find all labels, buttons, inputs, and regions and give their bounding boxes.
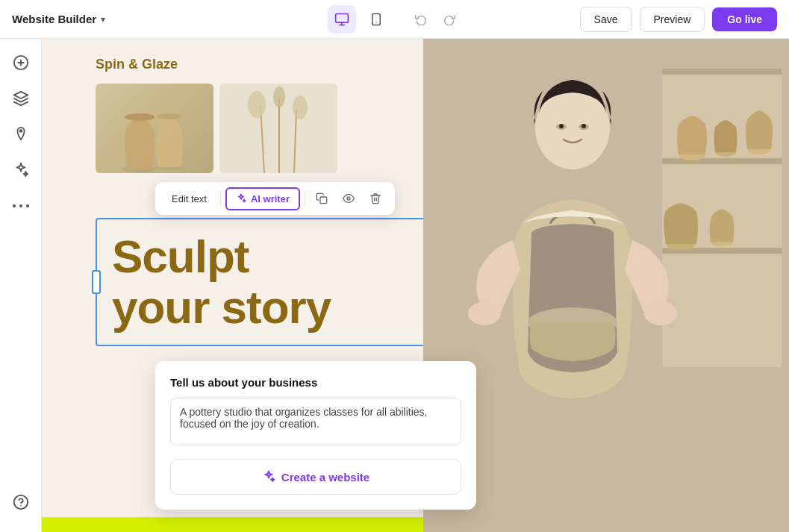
- sidebar-layers-button[interactable]: [6, 84, 36, 113]
- visibility-button[interactable]: [337, 187, 361, 210]
- svg-point-39: [468, 301, 501, 325]
- undo-redo-group: [402, 7, 462, 32]
- svg-point-23: [273, 87, 285, 107]
- svg-point-10: [13, 204, 16, 207]
- topbar-right: Save Preview Go live: [580, 7, 777, 32]
- svg-point-18: [157, 113, 182, 119]
- sidebar-bottom: [6, 487, 36, 523]
- svg-rect-30: [662, 69, 782, 75]
- edit-text-button[interactable]: Edit text: [163, 189, 216, 209]
- hero-text-block[interactable]: Sculptyour story: [96, 218, 446, 346]
- sidebar-help-button[interactable]: [6, 487, 36, 517]
- sidebar-add-button[interactable]: [6, 48, 36, 78]
- svg-point-27: [347, 197, 350, 200]
- svg-marker-8: [13, 92, 27, 98]
- create-sparkles-icon: [262, 470, 275, 484]
- gallery-image-1: [96, 84, 213, 173]
- sidebar-more-button[interactable]: [6, 191, 36, 221]
- svg-point-16: [125, 113, 155, 121]
- business-description-textarea[interactable]: [170, 398, 461, 445]
- hero-heading: Sculptyour story: [112, 231, 430, 333]
- svg-point-25: [293, 96, 308, 119]
- undo-button[interactable]: [408, 7, 434, 32]
- save-button[interactable]: Save: [580, 7, 632, 32]
- site-brand-name: Spin & Glaze: [96, 57, 178, 72]
- sidebar-design-button[interactable]: [6, 119, 36, 149]
- main-layout: Spin & Glaze: [0, 39, 789, 532]
- lime-accent-bar: [42, 517, 423, 532]
- resize-handle-left[interactable]: [92, 270, 101, 294]
- sidebar: [0, 39, 42, 532]
- ai-panel: Tell us about your business Create a web…: [155, 361, 476, 510]
- toolbar-divider-2: [305, 191, 305, 206]
- chevron-down-icon: ▾: [101, 14, 105, 25]
- svg-point-21: [248, 91, 266, 118]
- svg-point-11: [19, 204, 22, 207]
- topbar-center: [328, 5, 462, 34]
- svg-rect-31: [662, 158, 782, 164]
- create-website-label: Create a website: [281, 471, 369, 484]
- hero-photo: [423, 39, 789, 532]
- flowers-illustration: [219, 84, 337, 173]
- potter-illustration: [423, 39, 789, 532]
- toolbar-divider: [220, 191, 221, 206]
- ai-panel-title: Tell us about your business: [170, 376, 461, 389]
- golive-button[interactable]: Go live: [712, 7, 777, 31]
- mobile-view-button[interactable]: [362, 5, 390, 34]
- topbar: Website Builder ▾: [0, 0, 789, 39]
- svg-rect-26: [320, 197, 327, 204]
- redo-button[interactable]: [437, 7, 462, 32]
- svg-point-9: [19, 130, 22, 132]
- create-website-button[interactable]: Create a website: [170, 459, 461, 495]
- svg-point-44: [559, 124, 564, 128]
- desktop-view-button[interactable]: [328, 5, 356, 34]
- website-canvas: Spin & Glaze: [42, 39, 789, 532]
- floating-toolbar: Edit text AI writer: [155, 182, 395, 215]
- delete-button[interactable]: [364, 187, 387, 210]
- svg-point-12: [26, 204, 29, 207]
- gallery-row: [96, 84, 337, 173]
- preview-button[interactable]: Preview: [640, 7, 705, 32]
- sidebar-ai-button[interactable]: [6, 155, 36, 185]
- topbar-left: Website Builder ▾: [12, 13, 105, 25]
- canvas-area: Spin & Glaze: [42, 39, 789, 532]
- svg-point-45: [581, 124, 586, 128]
- gallery-image-2: [219, 84, 337, 173]
- vase-illustration: [110, 98, 199, 173]
- ai-writer-label: AI writer: [251, 193, 290, 204]
- ai-writer-button[interactable]: AI writer: [225, 187, 300, 210]
- svg-point-40: [644, 301, 677, 325]
- svg-rect-0: [335, 13, 348, 22]
- copy-button[interactable]: [310, 187, 334, 210]
- sparkles-icon: [236, 193, 246, 204]
- app-brand: Website Builder: [12, 13, 96, 25]
